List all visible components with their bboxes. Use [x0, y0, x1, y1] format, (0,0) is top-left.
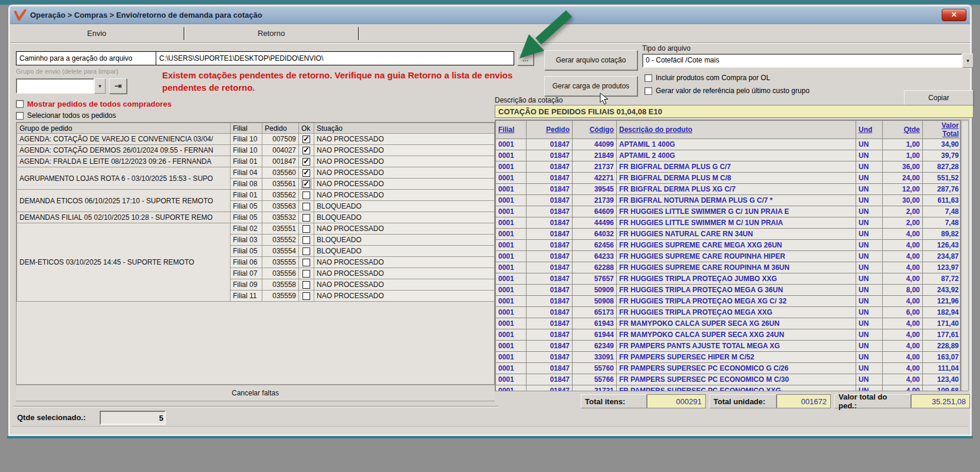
product-row[interactable]: 00010184733091FR PAMPERS SUPERSEC HIPER …: [496, 352, 961, 363]
ok-checkbox-cell[interactable]: [299, 201, 314, 212]
product-row[interactable]: 00010184721737FR BIGFRAL DERMA PLUS G C/…: [496, 161, 961, 173]
product-row[interactable]: 00010184739545FR BIGFRAL DERMA PLUS XG C…: [496, 184, 961, 195]
ok-checkbox-cell[interactable]: [299, 291, 314, 302]
product-row[interactable]: 00010184721731FR PAMPERS SUPERSEC PC ECO…: [496, 385, 961, 392]
ok-checkbox-cell[interactable]: [299, 179, 314, 190]
ok-checkbox-cell[interactable]: [299, 212, 314, 223]
ok-checkbox-cell[interactable]: [299, 156, 314, 167]
path-input[interactable]: C:\USERS\SUPORTE1\DESKTOP\PEDIDO\ENVIO\: [156, 51, 514, 65]
order-row[interactable]: AGENDA: FRALDA E LEITE 08/12/2023 09:26 …: [17, 156, 495, 167]
product-row[interactable]: 00010184761943FR MAMYPOKO CALCA SUPER SE…: [496, 318, 961, 329]
tab-retorno[interactable]: Retorno: [185, 29, 358, 38]
products-grid-scrollbar[interactable]: [961, 120, 969, 391]
product-row[interactable]: 00010184750908FR HUGGIES TRIPLA PROTEÇAO…: [496, 296, 961, 307]
orders-grid[interactable]: Grupo de pedidoFilialPedidoOkStuação AGE…: [16, 122, 495, 385]
copiar-button[interactable]: Copiar: [904, 90, 974, 105]
ok-checkbox-cell[interactable]: [299, 246, 314, 257]
order-row[interactable]: DEMANDAS FILIAL 05 02/10/2025 10:28 - SU…: [17, 212, 495, 223]
column-header[interactable]: Filial: [496, 121, 527, 139]
row-checkbox-icon[interactable]: [302, 270, 310, 278]
row-checkbox-icon[interactable]: [302, 236, 310, 244]
option-gerar-valor-referencia[interactable]: Gerar valor de referência pelo último cu…: [644, 87, 810, 95]
column-header[interactable]: Valor Total: [923, 121, 961, 139]
checkbox-icon[interactable]: [16, 112, 24, 120]
product-row[interactable]: 00010184761944FR MAMYPOKO CALCA SUPER SE…: [496, 329, 961, 341]
product-row[interactable]: 00010184742271FR BIGFRAL DERMA PLUS M C/…: [496, 173, 961, 184]
product-row[interactable]: 00010184744099APTAMIL 1 400GUN1,0034,90: [496, 139, 961, 150]
ok-checkbox-cell[interactable]: [299, 167, 314, 179]
product-row[interactable]: 00010184755760FR PAMPERS SUPERSEC PC ECO…: [496, 363, 961, 374]
row-checkbox-icon[interactable]: [302, 147, 310, 154]
ok-checkbox-cell[interactable]: [299, 190, 314, 201]
gerar-arquivo-cotacao-button[interactable]: Gerar arquivo cotação: [544, 50, 637, 70]
column-header[interactable]: Und: [856, 121, 883, 139]
order-row[interactable]: AGRUPAMENTO LOJAS ROTA 6 - 03/10/2025 15…: [17, 167, 495, 179]
codigo-cell: 62288: [573, 262, 617, 273]
products-grid[interactable]: FilialPedidoCódigoDescrição do produtoUn…: [495, 120, 961, 391]
row-checkbox-icon[interactable]: [302, 180, 310, 188]
product-row[interactable]: 00010184721849APTAMIL 2 400GUN1,0039,79: [496, 150, 961, 161]
row-checkbox-icon[interactable]: [302, 136, 310, 143]
order-row[interactable]: DEM-ETICOS 03/10/2025 14:45 - SUPORTE RE…: [17, 223, 495, 235]
close-button[interactable]: ✕: [942, 9, 966, 21]
column-header[interactable]: Stuação: [314, 123, 495, 134]
product-row[interactable]: 00010184764609FR HUGGIES LITTLE SWIMMER …: [496, 206, 961, 217]
column-header[interactable]: Filial: [231, 123, 262, 134]
gerar-carga-produtos-button[interactable]: Gerar carga de produtos: [544, 76, 637, 96]
column-header[interactable]: Grupo de pedido: [17, 123, 231, 134]
column-header[interactable]: Qtde: [883, 121, 923, 139]
row-checkbox-icon[interactable]: [302, 203, 310, 210]
send-to-group-button[interactable]: ⇥: [109, 78, 127, 94]
column-header[interactable]: Pedido: [262, 123, 299, 134]
filter-selecionar-todos[interactable]: Selecionar todos os pedidos: [16, 111, 116, 120]
column-header[interactable]: Código: [573, 121, 617, 139]
row-checkbox-icon[interactable]: [302, 225, 310, 233]
row-checkbox-icon[interactable]: [302, 158, 310, 166]
checkbox-icon[interactable]: [644, 87, 652, 95]
product-row[interactable]: 00010184757657FR HUGGIES TRIPLA PROTEÇAO…: [496, 273, 961, 285]
ok-checkbox-cell[interactable]: [299, 134, 314, 145]
row-checkbox-icon[interactable]: [302, 214, 310, 222]
row-checkbox-icon[interactable]: [302, 247, 310, 255]
ok-checkbox-cell[interactable]: [299, 257, 314, 268]
order-row[interactable]: DEMANDA ETICOS 06/10/2025 17:10 - SUPORT…: [17, 190, 495, 201]
browse-button[interactable]: ...: [517, 52, 534, 65]
tipo-arquivo-combobox[interactable]: 0 - Cotefácil /Cote mais ▼: [642, 54, 974, 68]
product-row[interactable]: 00010184762288FR HUGGIES SUPREME CARE RO…: [496, 262, 961, 273]
descricao-cotacao-field[interactable]: COTAÇÃO DE PEDIDOS FILIAIS 01,04,08 E10: [495, 105, 974, 118]
product-row[interactable]: 00010184762349FR PAMPERS PANTS AJUSTE TO…: [496, 341, 961, 352]
cancelar-faltas-button[interactable]: Cancelar faltas: [16, 385, 495, 401]
product-row[interactable]: 00010184721739FR BIGFRAL NOTURNA DERMA P…: [496, 195, 961, 206]
product-row[interactable]: 00010184762456FR HUGGIES SUPREME CARE ME…: [496, 240, 961, 251]
grupo-envio-combobox[interactable]: ▼: [16, 78, 106, 94]
product-row[interactable]: 00010184755766FR PAMPERS SUPERSEC PC ECO…: [496, 374, 961, 385]
tab-envio[interactable]: Envio: [10, 29, 183, 38]
ok-checkbox-cell[interactable]: [299, 268, 314, 279]
row-checkbox-icon[interactable]: [302, 281, 310, 289]
ok-checkbox-cell[interactable]: [299, 279, 314, 291]
product-row[interactable]: 00010184764233FR HUGGIES SUPREME CARE RO…: [496, 251, 961, 262]
product-row[interactable]: 00010184764032FR HUGGIES NATURAL CARE RN…: [496, 229, 961, 240]
column-header[interactable]: Descrição do produto: [617, 121, 856, 139]
option-incluir-produtos[interactable]: Incluir produtos com Compra por OL: [644, 74, 770, 82]
checkbox-icon[interactable]: [644, 74, 652, 82]
product-row[interactable]: 00010184750909FR HUGGIES TRIPLA PROTEÇAO…: [496, 285, 961, 296]
ok-checkbox-cell[interactable]: [299, 223, 314, 235]
tipo-arquivo-dropdown-icon[interactable]: ▼: [962, 54, 974, 68]
row-checkbox-icon[interactable]: [302, 192, 310, 199]
ok-checkbox-cell[interactable]: [299, 145, 314, 156]
order-row[interactable]: AGENDA: COTAÇÃO DERMOS 26/01/2024 09:55 …: [17, 145, 495, 156]
row-checkbox-icon[interactable]: [302, 169, 310, 177]
product-row[interactable]: 00010184744496FR HUGGIES LITTLE SWIMMER …: [496, 217, 961, 229]
filter-mostrar-pedidos[interactable]: Mostrar pedidos de todos compradores: [16, 100, 172, 108]
row-checkbox-icon[interactable]: [302, 259, 310, 266]
checkbox-icon[interactable]: [16, 100, 24, 108]
column-header[interactable]: Ok: [299, 123, 314, 134]
column-header[interactable]: Pedido: [527, 121, 573, 139]
product-row[interactable]: 00010184765173FR HUGGIES TRIPLA PROTEÇAO…: [496, 307, 961, 318]
grupo-envio-dropdown-icon[interactable]: ▼: [94, 78, 106, 94]
qtde-selecionado-field[interactable]: 5: [100, 411, 166, 425]
ok-checkbox-cell[interactable]: [299, 235, 314, 246]
row-checkbox-icon[interactable]: [302, 292, 310, 300]
order-row[interactable]: AGENDA: COTAÇÃO DE VAREJO E CONVENIENCIA…: [17, 134, 495, 145]
